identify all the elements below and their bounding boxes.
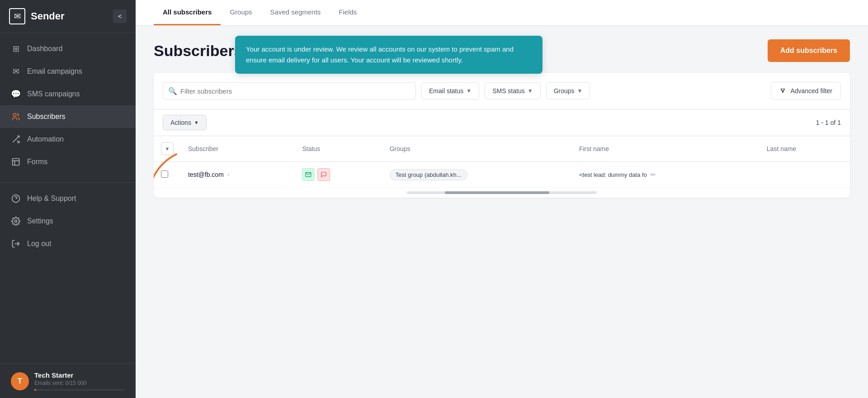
edit-icon[interactable]: ✏: [651, 171, 656, 178]
table-container: 🔍 Email status ▼ SMS status ▼ Groups ▼ ⛛: [154, 73, 850, 198]
sidebar-item-help[interactable]: Help & Support: [0, 187, 136, 210]
avatar: T: [11, 372, 29, 390]
sidebar-footer: T Tech Starter Emails sent: 0/15 000: [0, 364, 136, 398]
sidebar-item-email-campaigns[interactable]: ✉ Email campaigns: [0, 60, 136, 83]
email-icon: ✉: [11, 66, 21, 76]
sidebar-item-label: Automation: [27, 135, 64, 143]
tab-groups[interactable]: Groups: [221, 0, 261, 25]
tab-all-subscribers[interactable]: All subscribers: [154, 0, 221, 25]
email-status-icon: [302, 168, 315, 181]
sidebar-item-label: Log out: [27, 240, 51, 248]
sidebar-item-dashboard[interactable]: ⊞ Dashboard: [0, 38, 136, 60]
logo-icon: ✉: [9, 8, 25, 24]
subscribers-icon: [11, 112, 21, 122]
sidebar-item-label: Subscribers: [27, 113, 65, 121]
logo: ✉ Sender: [9, 8, 65, 24]
settings-icon: [11, 216, 21, 226]
chevron-down-icon: ▼: [194, 120, 199, 125]
user-details: Tech Starter Emails sent: 0/15 000: [34, 371, 125, 391]
sms-icon: 💬: [11, 89, 21, 99]
sidebar-item-logout[interactable]: Log out: [0, 232, 136, 255]
select-all-dropdown[interactable]: ▼: [161, 142, 174, 155]
filter-icon: ⛛: [779, 87, 787, 95]
dashboard-icon: ⊞: [11, 44, 21, 54]
add-subscribers-button[interactable]: Add subscribers: [768, 39, 850, 62]
sidebar-item-label: Forms: [27, 158, 47, 166]
status-icons: [302, 168, 375, 181]
sidebar-collapse-button[interactable]: <: [113, 9, 127, 23]
sidebar-item-label: Help & Support: [27, 194, 76, 203]
actions-button[interactable]: Actions ▼: [163, 115, 207, 130]
sidebar-item-label: Settings: [27, 217, 53, 225]
table-header-row: ▼ Subscriber Status Groups First name La…: [154, 136, 850, 162]
first-name-value: <test lead: dummy data fo: [579, 171, 647, 178]
sms-status-label: SMS status: [492, 87, 525, 95]
tab-fields[interactable]: Fields: [330, 0, 366, 25]
row-groups-cell: Test group (abdullah.kh...: [382, 162, 572, 188]
expand-icon[interactable]: ›: [227, 171, 229, 178]
tabs-bar: All subscribers Groups Saved segments Fi…: [136, 0, 868, 26]
sidebar-nav: ⊞ Dashboard ✉ Email campaigns 💬 SMS camp…: [0, 33, 136, 364]
table-row: test@fb.com ›: [154, 162, 850, 188]
email-progress-bar: [34, 389, 36, 391]
table-wrapper: ▼ Subscriber Status Groups First name La…: [154, 136, 850, 198]
sidebar-item-sms-campaigns[interactable]: 💬 SMS campaigns: [0, 83, 136, 105]
actions-bar: Actions ▼ 1 - 1 of 1: [154, 109, 850, 136]
chevron-down-icon: ▼: [466, 88, 472, 94]
table-header-subscriber: Subscriber: [181, 136, 295, 162]
svg-point-0: [13, 114, 16, 117]
sidebar-item-subscribers[interactable]: Subscribers: [0, 105, 136, 128]
logout-icon: [11, 239, 21, 249]
app-name: Sender: [31, 10, 65, 22]
groups-filter[interactable]: Groups ▼: [546, 82, 590, 100]
search-wrapper: 🔍: [163, 82, 416, 100]
advanced-filter-label: Advanced filter: [790, 87, 832, 95]
svg-point-8: [15, 220, 17, 223]
page-body: Subscribers Your account is under review…: [136, 26, 868, 398]
groups-label: Groups: [554, 87, 575, 95]
notification-banner: Your account is under review. We review …: [235, 36, 542, 74]
sms-status-icon: [317, 168, 330, 181]
sidebar-item-forms[interactable]: Forms: [0, 151, 136, 173]
row-firstname-cell: <test lead: dummy data fo ✏: [572, 162, 760, 188]
sidebar: ✉ Sender < ⊞ Dashboard ✉ Email campaigns…: [0, 0, 136, 398]
search-icon: 🔍: [168, 87, 177, 95]
row-lastname-cell: [760, 162, 850, 188]
group-badge[interactable]: Test group (abdullah.kh...: [390, 169, 467, 180]
email-progress-track: [34, 389, 125, 391]
row-checkbox[interactable]: [161, 171, 168, 178]
page-title: Subscribers: [154, 42, 243, 60]
filter-bar: 🔍 Email status ▼ SMS status ▼ Groups ▼ ⛛: [154, 73, 850, 109]
tab-saved-segments[interactable]: Saved segments: [261, 0, 330, 25]
scrollbar-thumb: [445, 191, 549, 194]
user-meta: Emails sent: 0/15 000: [34, 380, 125, 386]
chevron-down-icon: ▼: [528, 88, 533, 94]
sidebar-item-label: Dashboard: [27, 45, 62, 53]
table-header-firstname: First name: [572, 136, 760, 162]
user-name: Tech Starter: [34, 371, 125, 379]
row-checkbox-cell: [154, 162, 181, 188]
subscribers-table: ▼ Subscriber Status Groups First name La…: [154, 136, 850, 188]
scrollbar-track[interactable]: [407, 191, 597, 194]
forms-icon: [11, 157, 21, 167]
pagination-info: 1 - 1 of 1: [816, 119, 841, 126]
email-status-label: Email status: [429, 87, 463, 95]
chevron-down-icon: ▼: [577, 88, 583, 94]
main-content: All subscribers Groups Saved segments Fi…: [136, 0, 868, 398]
user-info: T Tech Starter Emails sent: 0/15 000: [11, 371, 125, 391]
sms-status-filter[interactable]: SMS status ▼: [485, 82, 540, 100]
table-header-lastname: Last name: [760, 136, 850, 162]
notification-text: Your account is under review. We review …: [246, 45, 514, 64]
row-subscriber-cell: test@fb.com ›: [181, 162, 295, 188]
sidebar-item-label: SMS campaigns: [27, 90, 80, 98]
sidebar-item-settings[interactable]: Settings: [0, 210, 136, 232]
advanced-filter-button[interactable]: ⛛ Advanced filter: [771, 82, 841, 100]
sidebar-header: ✉ Sender <: [0, 0, 136, 33]
subscriber-email[interactable]: test@fb.com: [188, 171, 224, 178]
search-input[interactable]: [163, 82, 416, 100]
table-header-groups: Groups: [382, 136, 572, 162]
table-header-checkbox: ▼: [154, 136, 181, 162]
sidebar-item-automation[interactable]: Automation: [0, 128, 136, 151]
email-status-filter[interactable]: Email status ▼: [421, 82, 479, 100]
scrollbar-container: [154, 188, 850, 198]
